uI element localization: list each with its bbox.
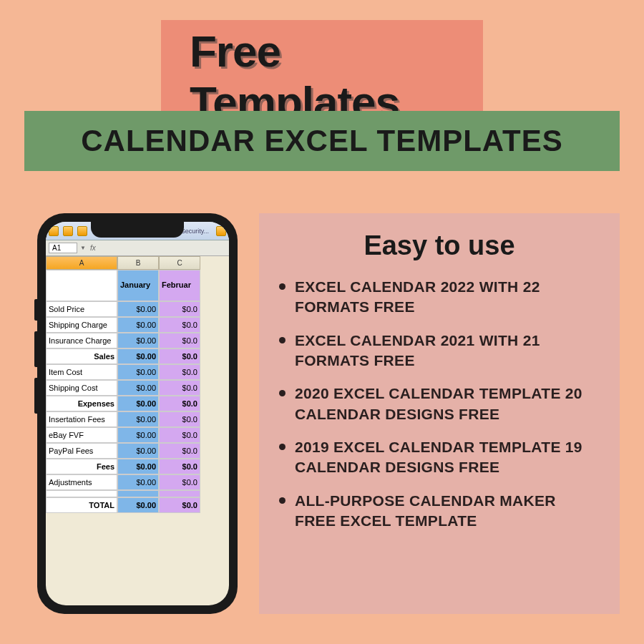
cell-value — [117, 490, 159, 497]
row-label: Adjustments — [46, 474, 117, 490]
row-label: Shipping Cost — [46, 380, 117, 396]
spreadsheet-grid: A B C January Februar Sold Price$0.00$0.… — [46, 256, 229, 513]
row-label: Expenses — [46, 396, 117, 411]
features-panel: Easy to use EXCEL CALENDAR 2022 WITH 22 … — [259, 213, 620, 614]
cell-value: $0.0 — [159, 317, 200, 333]
cell-value: $0.00 — [117, 396, 159, 411]
cell-value: $0.00 — [117, 427, 159, 443]
row-label: Sales — [46, 348, 117, 364]
cell-value: $0.00 — [117, 301, 159, 317]
col-header-c: C — [159, 256, 200, 270]
cell — [46, 270, 117, 301]
row-label: Insertation Fees — [46, 411, 117, 427]
phone-notch — [91, 222, 184, 238]
cell-value: $0.0 — [159, 459, 200, 474]
cell-value: $0.00 — [117, 333, 159, 348]
security-label: Security... — [181, 228, 209, 235]
subtitle-banner: CALENDAR EXCEL TEMPLATES — [24, 111, 620, 171]
row-label: PayPal Fees — [46, 443, 117, 459]
feature-item: ALL-PURPOSE CALENDAR MAKER FREE EXCEL TE… — [295, 491, 600, 532]
cell-value: $0.00 — [117, 411, 159, 427]
cell-value: $0.00 — [117, 380, 159, 396]
toolbar-icon — [49, 226, 59, 236]
cell-value: $0.0 — [159, 348, 200, 364]
cell-value: $0.0 — [159, 427, 200, 443]
col-header-b: B — [117, 256, 159, 270]
cell-value: $0.0 — [159, 396, 200, 411]
cell-value: $0.0 — [159, 380, 200, 396]
formula-bar: A1 ▼ fx — [46, 240, 229, 256]
row-label: Insurance Charge — [46, 333, 117, 348]
col-header-a: A — [46, 256, 117, 270]
cell-value: $0.00 — [117, 474, 159, 490]
cell-reference: A1 — [49, 243, 77, 253]
row-label: Item Cost — [46, 364, 117, 380]
cell-value: $0.00 — [117, 443, 159, 459]
cell-value: $0.0 — [159, 443, 200, 459]
cell-value: $0.00 — [117, 317, 159, 333]
dropdown-icon: ▼ — [80, 245, 86, 251]
cell-value: $0.0 — [159, 301, 200, 317]
cell-value: $0.0 — [159, 497, 200, 513]
cell-value — [159, 490, 200, 497]
toolbar-icon — [77, 226, 87, 236]
row-label: Shipping Charge — [46, 317, 117, 333]
row-label: Sold Price — [46, 301, 117, 317]
row-label: TOTAL — [46, 497, 117, 513]
toolbar-icon — [216, 226, 226, 236]
fx-label: fx — [90, 244, 96, 252]
phone-mockup: Security... A1 ▼ fx A B C January Februa… — [37, 213, 238, 614]
cell-value: $0.0 — [159, 364, 200, 380]
cell-value: $0.0 — [159, 333, 200, 348]
month-header: January — [117, 270, 159, 301]
feature-list: EXCEL CALENDAR 2022 WITH 22 FORMATS FREE… — [279, 277, 600, 531]
page-subtitle: CALENDAR EXCEL TEMPLATES — [39, 124, 605, 158]
cell-value: $0.00 — [117, 497, 159, 513]
cell-value: $0.0 — [159, 411, 200, 427]
toolbar-icon — [63, 226, 73, 236]
row-label — [46, 490, 117, 497]
cell-value: $0.00 — [117, 459, 159, 474]
cell-value: $0.0 — [159, 474, 200, 490]
row-label: eBay FVF — [46, 427, 117, 443]
cell-value: $0.00 — [117, 348, 159, 364]
panel-heading: Easy to use — [279, 230, 600, 261]
feature-item: EXCEL CALENDAR 2021 WITH 21 FORMATS FREE — [295, 331, 600, 371]
feature-item: EXCEL CALENDAR 2022 WITH 22 FORMATS FREE — [295, 277, 600, 318]
cell-value: $0.00 — [117, 364, 159, 380]
phone-side-button — [34, 378, 37, 414]
feature-item: 2020 EXCEL CALENDAR TEMPLATE 20 CALENDAR… — [295, 384, 600, 424]
phone-screen: Security... A1 ▼ fx A B C January Februa… — [46, 222, 229, 605]
row-label: Fees — [46, 459, 117, 474]
feature-item: 2019 EXCEL CALENDAR TEMPLATE 19 CALENDAR… — [295, 437, 600, 478]
month-header: Februar — [159, 270, 200, 301]
